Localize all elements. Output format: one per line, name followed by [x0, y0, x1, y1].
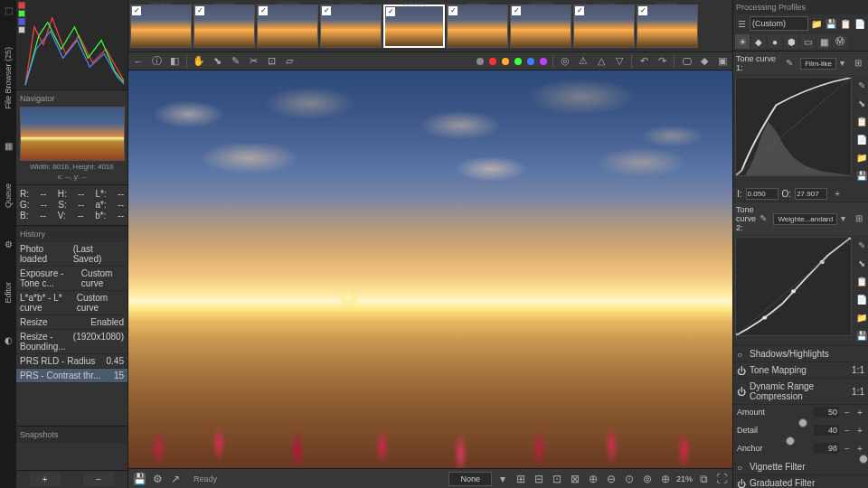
expand-icon[interactable]: ⊞	[855, 213, 865, 224]
thumbnail[interactable]: ○○○○○○○✓	[193, 5, 255, 48]
save-icon[interactable]: 💾	[132, 472, 146, 486]
label-blue[interactable]	[527, 58, 534, 65]
drc-section-header[interactable]: ⏻Dynamic Range Compression1:1	[733, 379, 868, 405]
picker-icon[interactable]: ⬊	[211, 55, 223, 68]
curve-copy-icon[interactable]: 📋	[855, 275, 868, 287]
thumbnail[interactable]: ○○○○○○○✓	[320, 5, 382, 48]
tab-file-browser[interactable]: File Browser (25)	[2, 43, 14, 113]
target-icon[interactable]: ◎	[559, 55, 571, 68]
clip-highlight-icon[interactable]: ▽	[613, 55, 626, 68]
curve1-type-select[interactable]: Film-like	[800, 58, 836, 70]
hand-icon[interactable]: ✋	[193, 55, 205, 68]
profile-select[interactable]: (Custom)	[750, 16, 808, 31]
zoom-fit-icon[interactable]: ⊙	[622, 472, 637, 486]
clip-shadow-icon[interactable]: △	[595, 55, 608, 68]
curve-edit-icon[interactable]: ✎	[855, 239, 868, 251]
thumbnail[interactable]: ○○○○○○○✓	[257, 5, 318, 48]
graduated-section[interactable]: ⏻Graduated Filter	[733, 475, 868, 488]
minus-button[interactable]: −	[843, 426, 852, 436]
label-yellow[interactable]	[502, 58, 509, 65]
zoom-100-icon[interactable]: ⊚	[640, 472, 655, 486]
label-green[interactable]	[514, 58, 522, 65]
plus-button[interactable]: +	[855, 408, 864, 418]
label-purple[interactable]	[540, 58, 547, 65]
navigator-preview[interactable]	[20, 107, 125, 161]
curve1-input-i[interactable]	[746, 188, 778, 200]
curve-edit-icon[interactable]: ✎	[855, 79, 868, 91]
crop-icon[interactable]: ✂	[247, 55, 259, 68]
curve-paste-icon[interactable]: 📄	[855, 293, 868, 305]
folder-icon[interactable]: ▦	[2, 140, 14, 153]
curve-copy-icon[interactable]: 📋	[855, 115, 868, 127]
thumbnail[interactable]: ○○○○○○○✓	[637, 5, 698, 48]
tab-color-icon[interactable]: ●	[768, 34, 782, 49]
chevron-down-icon[interactable]: ▾	[841, 213, 851, 224]
copy-profile-icon[interactable]: 📋	[839, 17, 852, 30]
shadows-highlights-section[interactable]: ○Shadows/Highlights	[733, 346, 868, 362]
chevron-down-icon[interactable]: ▾	[840, 58, 851, 69]
arrow-left-icon[interactable]: ←	[132, 55, 145, 68]
tab-editor[interactable]: Editor	[2, 278, 14, 307]
curve-picker-icon[interactable]: ⬊	[855, 257, 868, 269]
image-canvas[interactable]	[128, 70, 732, 468]
perspective-icon[interactable]: ▱	[283, 55, 296, 68]
hist-luma-toggle[interactable]	[18, 26, 25, 33]
tab-transform-icon[interactable]: ▭	[800, 34, 815, 49]
tone-curve-1[interactable]	[735, 77, 852, 176]
snapshot-add-button[interactable]: +	[30, 473, 61, 486]
history-item-selected[interactable]: PRS - Contrast thr...15	[16, 369, 127, 383]
histogram[interactable]	[16, 0, 127, 90]
aperture-icon[interactable]: ◐	[2, 333, 14, 346]
mode-icon[interactable]: ☰	[735, 17, 748, 30]
history-item[interactable]: PRS RLD - Radius0.45	[16, 354, 127, 369]
thumbnail[interactable]: ○○○○○○○✓	[510, 5, 571, 48]
hist-blue-toggle[interactable]	[18, 18, 25, 25]
tab-meta-icon[interactable]: Ⓜ	[833, 34, 847, 49]
tab-detail-icon[interactable]: ◆	[751, 34, 766, 49]
before-after-icon[interactable]: ◧	[168, 55, 181, 68]
history-item[interactable]: ResizeEnabled	[16, 315, 127, 330]
tone-curve-2[interactable]	[735, 237, 852, 336]
save-profile-icon[interactable]: 💾	[825, 17, 837, 30]
layout-2-icon[interactable]: ⊟	[532, 472, 546, 486]
drc-amount-value[interactable]: 50	[814, 407, 839, 418]
load-profile-icon[interactable]: 📁	[810, 17, 823, 30]
label-none[interactable]	[476, 58, 484, 65]
curve-type-icon[interactable]: ✎	[786, 58, 797, 69]
chevron-down-icon[interactable]: ▾	[495, 472, 510, 486]
rotate-right-icon[interactable]: ↷	[656, 55, 668, 68]
monitor-icon[interactable]: 🖵	[680, 55, 693, 68]
curve-save-icon[interactable]: 💾	[855, 329, 868, 342]
history-item[interactable]: L*a*b* - L* curveCustom curve	[16, 291, 127, 315]
tab-raw-icon[interactable]: ▦	[816, 34, 831, 49]
plus-button[interactable]: +	[855, 444, 864, 454]
softproof-icon[interactable]: ▣	[716, 55, 729, 68]
curve-save-icon[interactable]: 💾	[855, 169, 868, 182]
tab-queue[interactable]: Queue	[2, 180, 14, 211]
expand-icon[interactable]: ⊞	[854, 58, 865, 69]
hist-red-toggle[interactable]	[18, 2, 25, 9]
curve-paste-icon[interactable]: 📄	[855, 133, 868, 145]
zoom-out-icon[interactable]: ⊖	[604, 472, 618, 486]
minus-button[interactable]: −	[843, 444, 852, 454]
plus-button[interactable]: +	[855, 426, 864, 436]
drc-detail-value[interactable]: 40	[814, 425, 839, 436]
paste-profile-icon[interactable]: 📄	[854, 17, 866, 30]
curve-load-icon[interactable]: 📁	[855, 311, 868, 324]
snapshot-remove-button[interactable]: −	[83, 473, 114, 486]
history-item[interactable]: Photo loaded(Last Saved)	[16, 242, 127, 267]
gear-icon[interactable]: ⚙	[2, 239, 14, 251]
background-select[interactable]: None	[448, 472, 492, 486]
label-red[interactable]	[489, 58, 496, 65]
fullscreen-icon[interactable]: ⛶	[714, 472, 729, 486]
drc-anchor-value[interactable]: 98	[814, 443, 839, 454]
wb-picker-icon[interactable]: ✎	[229, 55, 241, 68]
tone-mapping-section[interactable]: ⏻Tone Mapping1:1	[733, 362, 868, 379]
straighten-icon[interactable]: ⊡	[265, 55, 278, 68]
layout-3-icon[interactable]: ⊡	[550, 472, 564, 486]
history-item[interactable]: Exposure - Tone c...Custom curve	[16, 267, 127, 291]
hist-green-toggle[interactable]	[18, 10, 25, 17]
zoom-in-icon[interactable]: ⊕	[658, 472, 673, 486]
thumbnail[interactable]: ○○○○○○○✓	[447, 5, 508, 48]
link-icon[interactable]: ⬚	[2, 4, 14, 16]
